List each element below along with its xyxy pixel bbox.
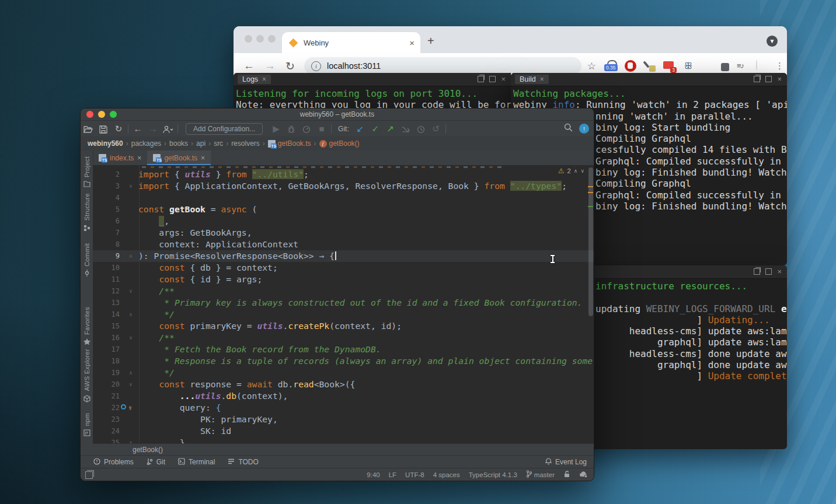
close-icon[interactable]: × xyxy=(501,76,506,82)
toolwindow-button-todo[interactable]: TODO xyxy=(228,458,258,466)
git-commit-check-icon[interactable]: ✓ xyxy=(368,124,383,134)
navigate-forward-icon[interactable]: → xyxy=(145,124,161,134)
save-icon[interactable] xyxy=(96,124,111,134)
toolwindow-button-terminal[interactable]: Terminal xyxy=(178,458,215,467)
history-clock-icon[interactable] xyxy=(413,124,429,134)
close-icon[interactable]: × xyxy=(262,75,266,83)
fold-marker[interactable]: ∨ xyxy=(127,379,135,390)
breadcrumb-item[interactable]: resolvers xyxy=(231,139,260,148)
run-gutter-icon[interactable]: ↑ xyxy=(121,404,136,412)
ide-update-icon[interactable]: ↑ xyxy=(579,124,589,134)
maximize-icon[interactable] xyxy=(765,268,772,275)
breadcrumb-item[interactable]: api xyxy=(196,139,205,148)
restore-icon[interactable] xyxy=(754,268,760,275)
colorpicker-extension-icon[interactable] xyxy=(644,60,656,72)
git-branch-widget[interactable]: master xyxy=(526,470,555,479)
breadcrumb-item[interactable]: packages xyxy=(131,139,161,148)
editor-tab-getBook.ts[interactable]: TSgetBook.ts× xyxy=(147,150,211,165)
browser-menu-icon[interactable]: ⋮ xyxy=(775,60,787,72)
address-bar[interactable]: i localhost:3011 xyxy=(304,57,581,75)
inspection-widget[interactable]: ⚠ 2 ∧ ∨ xyxy=(558,167,584,175)
speed-gauge-extension-icon[interactable]: 0.35 xyxy=(605,60,617,72)
sidebar-item-favorites[interactable]: Favorites xyxy=(81,307,93,346)
open-folder-icon[interactable] xyxy=(81,124,96,134)
fold-marker[interactable]: ∧ xyxy=(127,250,135,262)
tab-close-icon[interactable]: × xyxy=(409,38,414,48)
forward-icon[interactable]: → xyxy=(264,60,276,72)
status-indent-style[interactable]: 4 spaces xyxy=(433,471,460,478)
prev-warning-icon[interactable]: ∧ xyxy=(574,168,578,174)
browser-tab-webiny[interactable]: Webiny × xyxy=(282,32,420,53)
sidebar-item-commit[interactable]: Commit xyxy=(81,243,93,278)
tool-window-toggle-icon[interactable] xyxy=(85,471,93,479)
next-warning-icon[interactable]: ∨ xyxy=(580,168,584,174)
status-file-encoding[interactable]: UTF-8 xyxy=(405,471,424,478)
status-caret-position[interactable]: 9:40 xyxy=(367,471,379,478)
close-icon[interactable]: × xyxy=(540,75,544,83)
browser-zoom-button[interactable] xyxy=(268,35,276,43)
maximize-icon[interactable] xyxy=(765,76,772,82)
fold-marker[interactable]: ∨ xyxy=(127,285,135,297)
url-text[interactable]: localhost:3011 xyxy=(327,61,381,71)
close-icon[interactable]: × xyxy=(137,154,141,162)
file-structure-bar[interactable]: getBook() xyxy=(93,443,594,456)
ide-close-button[interactable] xyxy=(86,111,93,118)
sidebar-item-aws-explorer[interactable]: AWS Explorer xyxy=(81,349,93,403)
maximize-icon[interactable] xyxy=(489,76,496,82)
toolwindow-button-git[interactable]: Git xyxy=(147,458,165,467)
browser-close-button[interactable] xyxy=(245,35,252,43)
sync-icon[interactable]: ↻ xyxy=(111,124,126,134)
build-titlebar[interactable]: Build× × xyxy=(511,73,787,86)
close-icon[interactable]: × xyxy=(201,154,205,162)
rollback-icon[interactable]: ↺ xyxy=(429,124,444,134)
toolwindow-button-problems[interactable]: Problems xyxy=(93,458,134,467)
add-configuration-button[interactable]: Add Configuration... xyxy=(186,123,263,135)
back-icon[interactable]: ← xyxy=(243,60,255,72)
status-line-separator[interactable]: LF xyxy=(389,471,396,478)
new-tab-button[interactable]: + xyxy=(427,34,434,48)
sidebar-item-npm[interactable]: npm xyxy=(81,413,93,438)
browser-minimize-button[interactable] xyxy=(256,35,264,43)
breadcrumb-function[interactable]: fgetBook() xyxy=(319,139,360,148)
ide-zoom-button[interactable] xyxy=(110,111,117,118)
warning-stripe-mark[interactable] xyxy=(588,186,593,187)
navigate-back-icon[interactable]: ← xyxy=(130,124,145,134)
ide-titlebar[interactable]: webiny560 – getBook.ts xyxy=(81,108,594,121)
profile-avatar[interactable] xyxy=(756,60,768,72)
fold-marker[interactable]: ∨ xyxy=(127,180,135,192)
editor-tab-index.ts[interactable]: TSindex.ts× xyxy=(93,150,147,165)
playlist-extension-icon[interactable]: ≡♪ xyxy=(737,60,748,72)
extensions-puzzle-icon[interactable] xyxy=(721,63,729,71)
status-typescript-version[interactable]: TypeScript 4.1.3 xyxy=(469,471,517,478)
unlocked-icon[interactable] xyxy=(563,470,570,479)
breadcrumb-file[interactable]: TSgetBook.ts xyxy=(268,139,311,148)
fold-marker[interactable]: ∧ xyxy=(127,367,135,379)
reload-icon[interactable]: ↻ xyxy=(285,60,295,73)
user-dropdown-icon[interactable] xyxy=(161,124,176,134)
build-tab[interactable]: Build× xyxy=(515,75,549,84)
logs-titlebar[interactable]: Logs× × xyxy=(234,73,511,86)
close-icon[interactable]: × xyxy=(777,76,782,82)
git-merge-icon[interactable] xyxy=(398,124,413,134)
breadcrumb-item[interactable]: books xyxy=(169,139,188,148)
run-icon[interactable]: ▶ xyxy=(269,124,284,134)
adblock-extension-icon[interactable] xyxy=(625,60,636,72)
shield-extension-icon[interactable] xyxy=(702,60,713,72)
change-stripe-mark[interactable] xyxy=(588,206,593,207)
sidebar-item-structure[interactable]: Structure xyxy=(81,193,93,232)
warning-stripe-mark[interactable] xyxy=(588,192,593,193)
event-log-button[interactable]: Event Log xyxy=(545,458,587,467)
bookmark-star-icon[interactable]: ☆ xyxy=(587,60,596,72)
editor-scrollbar[interactable] xyxy=(588,167,593,316)
git-update-icon[interactable]: ↙ xyxy=(353,124,368,134)
breadcrumb-item[interactable]: webiny560 xyxy=(88,139,123,148)
search-everywhere-icon[interactable] xyxy=(564,123,573,134)
cloud-settings-icon[interactable] xyxy=(579,471,588,479)
breadcrumb-item[interactable]: src xyxy=(214,139,223,148)
fold-marker[interactable]: ∨ xyxy=(127,332,135,344)
sidebar-item-project[interactable]: Project xyxy=(81,156,93,188)
site-info-icon[interactable]: i xyxy=(311,61,321,71)
mail-extension-icon[interactable]: 3 xyxy=(663,60,675,72)
code-editor[interactable]: 2import { utils } from "../utils";3∨impo… xyxy=(93,165,594,445)
fold-marker[interactable]: ∧ xyxy=(127,309,135,320)
